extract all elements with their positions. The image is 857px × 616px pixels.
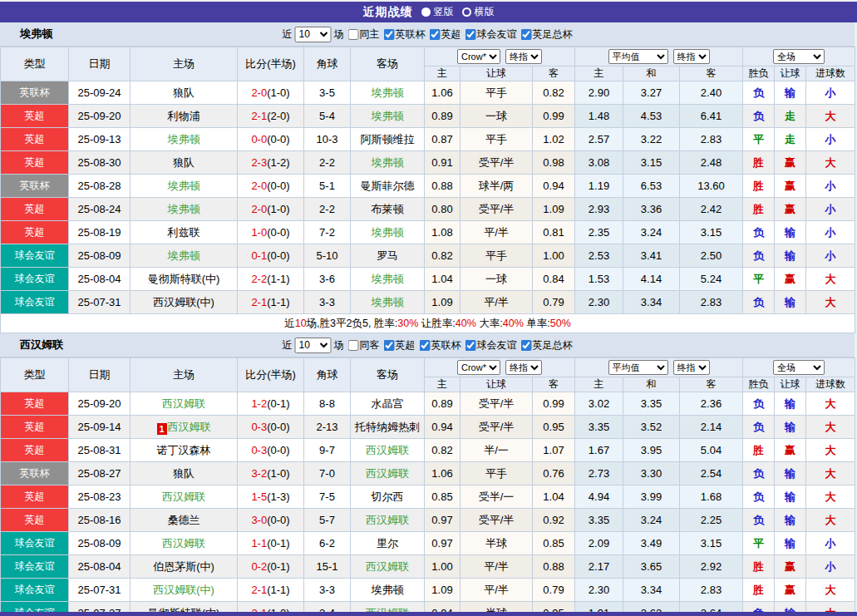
full-time-score: 3-0 xyxy=(251,514,267,526)
competition-checkbox-0-2[interactable] xyxy=(465,29,476,40)
crow-odds-group-header: Crow*终指 xyxy=(425,358,575,377)
result-text: 大 xyxy=(825,273,836,285)
same-venue-label: 同客 xyxy=(360,338,380,352)
result-text: 小 xyxy=(825,180,836,192)
recent-count-select-0[interactable]: 10 xyxy=(295,27,332,42)
odds-away: 0.99 xyxy=(533,392,575,416)
avg-draw: 3.95 xyxy=(623,439,680,462)
avg-away: 13.60 xyxy=(680,175,743,198)
result-handicap: 输 xyxy=(775,81,806,105)
result-text: 大 xyxy=(825,296,836,308)
result-goals: 大 xyxy=(806,291,855,314)
result-text: 输 xyxy=(785,296,795,308)
competition-checkbox-1-2[interactable] xyxy=(465,340,476,351)
crow-odds-select-1[interactable]: Crow* xyxy=(457,360,500,375)
column-header: 比分(半场) xyxy=(238,358,304,392)
competition-checkbox-1-3[interactable] xyxy=(521,340,532,351)
odds-away: 0.95 xyxy=(533,416,575,439)
score-cell: 3-2(1-0) xyxy=(238,462,304,485)
corners-cell: 2-13 xyxy=(304,416,351,439)
competition-checkbox-1-1[interactable] xyxy=(420,340,431,351)
away-team-name: 布莱顿 xyxy=(372,203,404,215)
odds-away: 0.94 xyxy=(533,175,575,198)
column-header: 客场 xyxy=(351,47,425,81)
full-match-select-0[interactable]: 全场 xyxy=(773,49,825,64)
odds-handicap: 半/一 xyxy=(461,439,533,462)
match-type-badge: 英超 xyxy=(1,439,69,462)
match-type-badge: 球会友谊 xyxy=(1,532,69,555)
result-handicap: 走 xyxy=(775,105,806,128)
away-team-name: 埃弗顿 xyxy=(372,226,404,239)
red-card-badge: 1 xyxy=(157,423,167,435)
result-text: 负 xyxy=(753,397,764,410)
competition-checkbox-0-3[interactable] xyxy=(521,29,532,40)
competition-label: 英超 xyxy=(396,338,416,352)
result-outcome: 胜 xyxy=(743,175,775,198)
score-cell: 2-1(1-1) xyxy=(238,579,304,602)
odds-home: 0.85 xyxy=(425,485,461,509)
odds-away: 0.88 xyxy=(533,555,575,579)
layout-radio-vertical[interactable]: 竖版 xyxy=(421,5,454,19)
corners-cell: 3-3 xyxy=(304,579,351,602)
score-cell: 0-3(0-0) xyxy=(238,439,304,462)
result-outcome: 负 xyxy=(743,485,775,509)
match-row: 英超 25-08-23 西汉姆联 1-5(1-3) 7-5 切尔西 0.85 受… xyxy=(1,485,855,509)
same-venue-checkbox-0[interactable] xyxy=(348,29,359,40)
column-header: 日期 xyxy=(69,358,131,392)
crow-odds-select-0[interactable]: Crow* xyxy=(457,49,500,64)
same-venue-checkbox-1[interactable] xyxy=(348,340,359,351)
away-team-name: 西汉姆联 xyxy=(366,560,409,573)
layout-radio-horizontal[interactable]: 横版 xyxy=(462,5,495,19)
avg-draw: 3.22 xyxy=(623,128,680,151)
result-text: 平 xyxy=(753,273,764,285)
result-text: 小 xyxy=(825,249,836,262)
result-text: 赢 xyxy=(785,273,795,285)
result-text: 赢 xyxy=(785,560,795,573)
average-odds-select-0[interactable]: 平均值 xyxy=(608,49,668,64)
full-match-group-header: 全场 xyxy=(743,358,855,377)
result-outcome: 平 xyxy=(743,532,775,555)
odds-handicap: 受平/半 xyxy=(461,198,533,221)
match-row: 英超 25-08-30 狼队 2-3(1-2) 2-2 埃弗顿 0.91 受平/… xyxy=(1,151,855,175)
avg-draw: 3.35 xyxy=(623,392,680,416)
away-team: 里尔 xyxy=(351,532,425,555)
odds-away: 1.09 xyxy=(533,198,575,221)
final-odds-select2-0[interactable]: 终指 xyxy=(673,49,710,64)
result-text: 输 xyxy=(785,514,795,526)
final-odds-select-1[interactable]: 终指 xyxy=(505,360,542,375)
average-odds-select-1[interactable]: 平均值 xyxy=(608,360,668,375)
match-row: 英超 25-08-19 利兹联 1-0(0-0) 7-2 埃弗顿 1.08 平/… xyxy=(1,221,855,244)
result-text: 负 xyxy=(753,421,764,433)
away-team-name: 西汉姆联 xyxy=(366,514,409,526)
home-team-name: 曼彻斯特联(中) xyxy=(148,273,220,285)
avg-away: 2.83 xyxy=(680,579,743,602)
score-cell: 1-2(0-1) xyxy=(238,392,304,416)
column-header: 角球 xyxy=(304,358,351,392)
match-type-badge: 球会友谊 xyxy=(1,268,69,291)
odds-away: 1.07 xyxy=(533,439,575,462)
home-team-name: 西汉姆联 xyxy=(162,397,205,410)
away-team-name: 水晶宫 xyxy=(372,397,404,410)
home-team-name: 西汉姆联 xyxy=(168,421,211,433)
result-goals: 小 xyxy=(806,221,855,244)
competition-checkbox-1-0[interactable] xyxy=(384,340,395,351)
half-time-score: (0-0) xyxy=(267,226,289,239)
final-odds-select2-1[interactable]: 终指 xyxy=(673,360,710,375)
result-text: 胜 xyxy=(753,203,764,215)
competition-checkbox-0-0[interactable] xyxy=(384,29,395,40)
corners-cell: 9-7 xyxy=(304,439,351,462)
column-subheader: 客 xyxy=(680,67,743,81)
full-match-select-1[interactable]: 全场 xyxy=(773,360,825,375)
full-time-score: 1-0 xyxy=(251,226,267,239)
final-odds-select-0[interactable]: 终指 xyxy=(505,49,542,64)
recent-count-select-1[interactable]: 10 xyxy=(295,338,332,353)
match-row: 英超 25-09-20 西汉姆联 1-2(0-1) 8-8 水晶宫 0.89 受… xyxy=(1,392,855,416)
result-goals: 大 xyxy=(806,485,855,509)
away-team-name: 西汉姆联 xyxy=(366,444,409,456)
competition-checkbox-0-1[interactable] xyxy=(430,29,441,40)
avg-home: 4.94 xyxy=(575,485,623,509)
full-match-group-header: 全场 xyxy=(743,47,855,67)
avg-home: 1.48 xyxy=(575,105,623,128)
table-header-row: 类型日期主场比分(半场)角球客场 Crow*终指 平均值终指 全场 xyxy=(1,358,855,377)
half-time-score: (0-1) xyxy=(267,560,289,573)
